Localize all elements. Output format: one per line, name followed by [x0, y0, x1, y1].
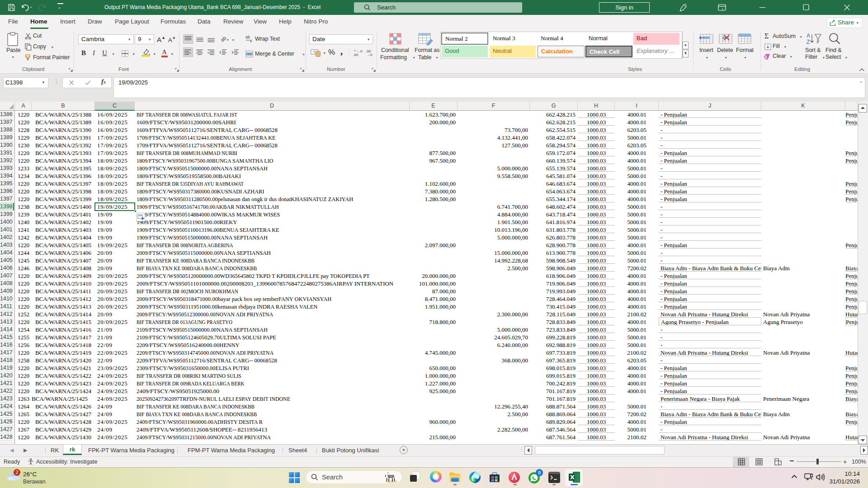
- svg-text:Z: Z: [807, 39, 810, 45]
- svg-text:.00: .00: [353, 53, 359, 56]
- svg-text:→0: →0: [367, 53, 373, 56]
- svg-text:A: A: [807, 33, 810, 39]
- svg-text:ab: ab: [221, 35, 227, 43]
- svg-text:ab: ab: [245, 35, 250, 39]
